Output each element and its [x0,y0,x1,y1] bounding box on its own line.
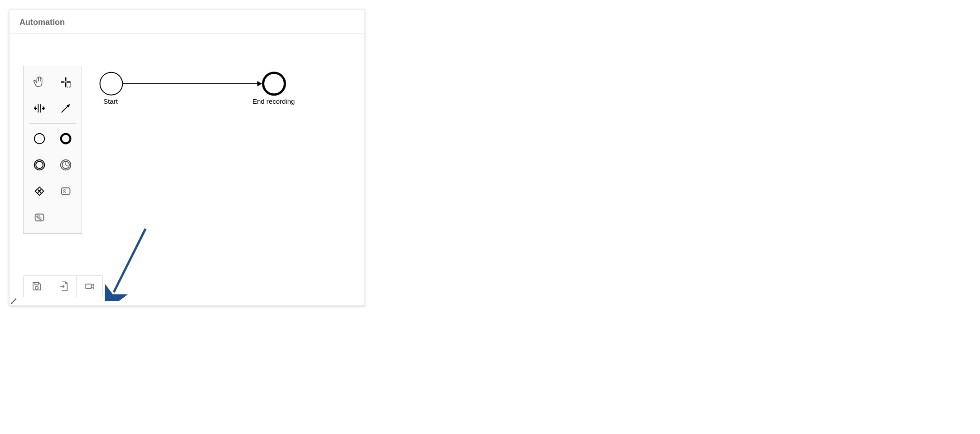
automation-panel: Automation [9,9,365,306]
panel-title: Automation [10,10,364,34]
svg-rect-23 [86,284,91,289]
resize-icon [10,298,17,304]
camera-icon [84,280,96,292]
bottom-toolbar [23,275,103,297]
record-button[interactable] [76,276,102,297]
sequence-flow[interactable] [122,81,262,87]
import-button[interactable] [50,276,76,297]
save-button[interactable] [24,276,50,297]
svg-rect-21 [35,283,39,285]
svg-point-22 [35,286,39,289]
svg-marker-19 [257,81,262,87]
end-node-label: End recording [252,97,295,105]
diagram[interactable] [10,34,364,305]
start-node[interactable] [100,72,122,95]
svg-point-17 [100,72,122,95]
save-icon [31,280,43,292]
svg-point-20 [263,73,285,95]
svg-line-25 [11,299,16,304]
end-node[interactable] [263,73,285,95]
import-icon [58,280,69,292]
resize-handle[interactable] [10,297,18,305]
start-node-label: Start [103,97,118,105]
canvas[interactable]: Start End recording [10,34,364,305]
